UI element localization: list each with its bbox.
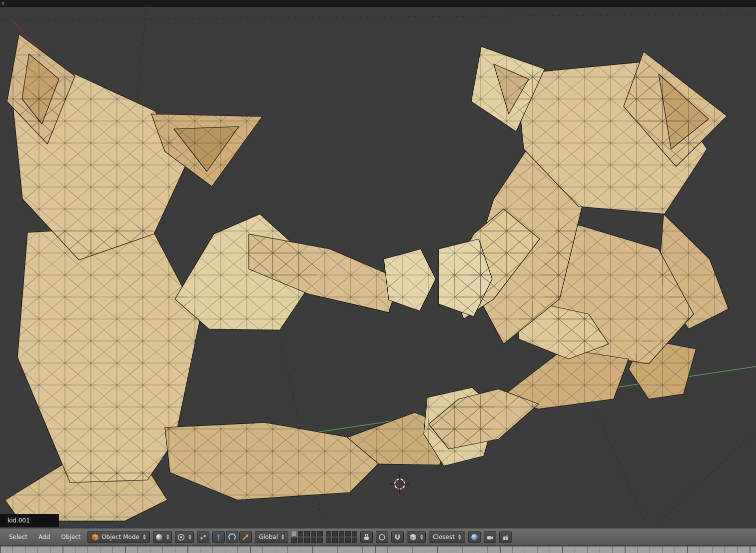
wireframe-overlay	[5, 34, 729, 521]
dropdown-arrows-icon	[166, 533, 169, 541]
layer-cell[interactable]	[311, 538, 316, 543]
layer-cell[interactable]	[298, 538, 303, 543]
snap-target-value: Closest	[433, 534, 455, 540]
shading-sphere-icon	[155, 534, 163, 541]
snap-toggle[interactable]	[391, 531, 404, 543]
layer-grid-1	[291, 531, 323, 543]
menu-add[interactable]: Add	[34, 534, 54, 540]
manipulator-scale-icon	[242, 534, 249, 541]
dropdown-arrows-icon	[281, 533, 284, 541]
object-mode-cube-icon	[91, 534, 99, 541]
3d-cursor	[390, 474, 409, 494]
pivot-point-dropdown[interactable]	[175, 531, 194, 543]
dropdown-arrows-icon	[188, 533, 191, 541]
grid-line	[660, 431, 756, 521]
layer-grid-2	[326, 531, 357, 543]
layer-cell[interactable]	[304, 531, 310, 536]
menu-select[interactable]: Select	[5, 534, 31, 540]
active-object-name: kid.001	[0, 514, 59, 527]
layer-cell[interactable]	[339, 531, 344, 536]
layer-cell[interactable]	[326, 538, 331, 543]
orientation-dropdown-value: Global	[259, 534, 278, 540]
snap-element-dropdown[interactable]	[407, 531, 426, 543]
layer-cell[interactable]	[352, 538, 357, 543]
mode-dropdown[interactable]: Object Mode	[87, 531, 150, 543]
blender-window: { "window": { "corner_label": "o" }, "vi…	[0, 0, 756, 553]
layer-cell[interactable]	[317, 538, 323, 543]
lock-icon	[363, 534, 370, 541]
opengl-render-image-button[interactable]	[484, 531, 496, 543]
orientation-dropdown[interactable]: Global	[255, 531, 288, 543]
manipulator-translate-icon	[215, 534, 222, 541]
magnet-icon	[394, 534, 401, 541]
scene-lock-toggle[interactable]	[360, 531, 373, 543]
layer-cell[interactable]	[311, 531, 316, 536]
viewport-shading-dropdown[interactable]	[153, 531, 172, 543]
manipulate-centers-toggle[interactable]	[197, 531, 209, 543]
layer-cell[interactable]	[345, 538, 351, 543]
manipulator-rotate-icon	[228, 534, 236, 541]
snap-element-cube-icon	[409, 534, 417, 541]
opengl-render-anim-button[interactable]	[499, 531, 512, 543]
matcap-sphere-button[interactable]	[468, 531, 481, 543]
layer-buttons	[291, 531, 357, 543]
menu-object[interactable]: Object	[57, 534, 84, 540]
snap-target-dropdown[interactable]: Closest	[429, 531, 465, 543]
camera-icon	[486, 534, 494, 541]
proportional-circle-icon	[378, 534, 386, 541]
layer-cell[interactable]	[339, 538, 344, 543]
layer-cell[interactable]	[317, 531, 323, 536]
layer-cell[interactable]	[352, 531, 357, 536]
dropdown-arrows-icon	[420, 533, 423, 541]
center-points-icon	[199, 534, 207, 541]
manipulator-scale-button[interactable]	[239, 531, 252, 543]
material-sphere-icon	[471, 534, 478, 541]
layer-cell[interactable]	[332, 531, 338, 536]
pivot-point-icon	[177, 534, 185, 541]
grid-line	[0, 14, 756, 20]
timeline-ruler[interactable]	[0, 546, 756, 553]
layer-cell[interactable]	[332, 538, 338, 543]
manipulator-toggles	[212, 531, 252, 543]
layer-cell[interactable]	[345, 531, 351, 536]
clapperboard-icon	[502, 534, 509, 541]
proportional-edit-toggle[interactable]	[376, 531, 388, 543]
layer-cell[interactable]	[298, 531, 303, 536]
manipulator-translate-button[interactable]	[212, 531, 225, 543]
layer-cell[interactable]	[291, 538, 297, 543]
manipulator-rotate-button[interactable]	[226, 531, 238, 543]
3d-viewport[interactable]	[0, 7, 756, 528]
mode-dropdown-value: Object Mode	[101, 534, 139, 540]
dropdown-arrows-icon	[458, 533, 461, 541]
layer-cell[interactable]	[326, 531, 331, 536]
dropdown-arrows-icon	[143, 533, 146, 541]
top-info-strip: o	[0, 0, 756, 7]
viewport-corner-label: o	[1, 0, 4, 6]
viewport-header: Select Add Object Object Mode	[0, 528, 756, 546]
layer-cell[interactable]	[291, 531, 297, 536]
layer-cell[interactable]	[304, 538, 310, 543]
